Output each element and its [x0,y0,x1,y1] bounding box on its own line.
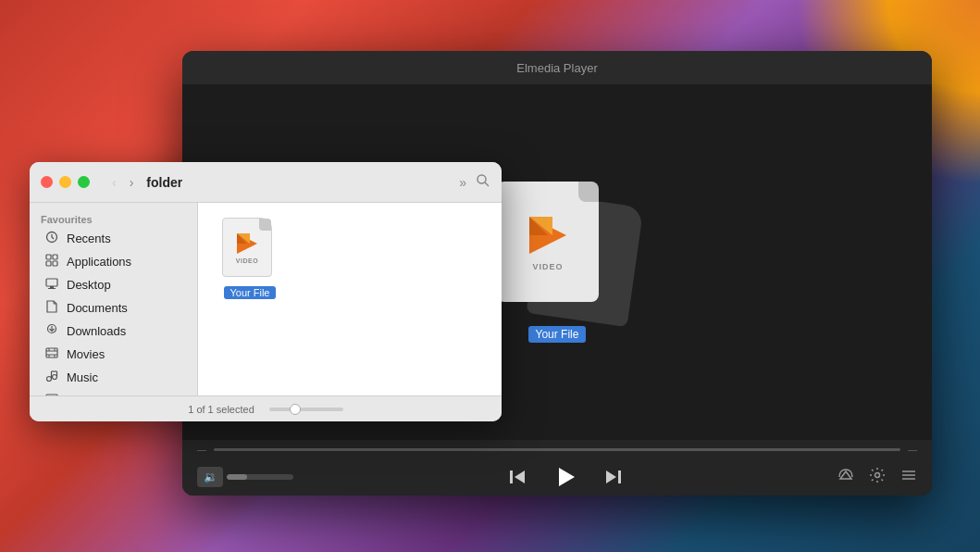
svg-rect-18 [46,261,51,266]
svg-line-14 [485,182,489,186]
svg-rect-20 [46,279,57,286]
finder-file-icon-container: VIDEO [222,218,278,282]
prev-button[interactable] [502,462,532,492]
svg-point-32 [47,377,52,382]
svg-rect-25 [46,348,57,358]
music-label: Music [67,370,98,384]
svg-rect-22 [48,288,56,289]
volume-bar[interactable] [227,474,293,480]
documents-icon [44,300,59,316]
recents-label: Recents [67,232,111,245]
sidebar-item-downloads[interactable]: Downloads [33,320,193,343]
zoom-slider-thumb [290,404,301,415]
svg-rect-3 [510,470,513,483]
maximize-button[interactable] [78,176,90,188]
sidebar-item-movies[interactable]: Movies [33,343,193,366]
big-file-corner [578,182,599,202]
movies-icon [44,346,59,362]
sidebar-section-favourites: Favourites [30,210,197,227]
elmedia-logo-small [235,232,259,256]
downloads-icon [44,323,59,339]
controls-right [837,467,917,487]
sidebar-item-applications[interactable]: Applications [33,250,193,273]
zoom-slider[interactable] [269,408,343,411]
player-file-icon: VIDEO Your File [497,182,617,343]
progress-track[interactable] [214,448,900,451]
finder-nav: ‹ › folder [108,173,182,192]
folder-title: folder [146,175,182,190]
finder-statusbar: 1 of 1 selected [30,395,502,421]
progress-right: — [908,445,917,455]
finder-body: Favourites Recents Applications Desktop [30,203,502,395]
svg-rect-19 [53,261,57,266]
sidebar-item-documents[interactable]: Documents [33,296,193,320]
player-controls: — — 🔉 [182,440,932,496]
finder-content: VIDEO Your File [198,203,502,395]
next-icon [604,468,623,486]
progress-left: — [197,445,206,455]
progress-bar-row: — — [197,440,917,458]
big-file-ext: VIDEO [532,262,563,271]
sidebar-item-recents[interactable]: Recents [33,227,193,250]
svg-marker-7 [606,470,616,483]
volume-icon: 🔉 [204,470,217,483]
player-titlebar: Elmedia Player [182,51,932,84]
player-title: Elmedia Player [516,61,597,75]
volume-fill [227,474,247,480]
finder-file-corner [259,219,271,231]
svg-point-33 [53,375,57,380]
big-file-main: VIDEO [497,182,599,302]
selection-status: 1 of 1 selected [188,404,254,415]
svg-rect-16 [46,255,51,259]
svg-point-9 [875,473,880,478]
music-icon [44,370,59,385]
sidebar-item-music[interactable]: Music [33,366,193,389]
svg-rect-6 [618,470,621,483]
finder-titlebar: ‹ › folder » [30,162,502,203]
controls-left: 🔉 [197,467,293,487]
forward-button[interactable]: › [126,173,138,192]
svg-marker-8 [840,471,851,479]
settings-icon [869,467,886,483]
prev-icon [508,468,527,486]
finder-file-item[interactable]: VIDEO Your File [213,218,287,299]
close-button[interactable] [41,176,53,188]
desktop-label: Desktop [67,278,111,292]
next-button[interactable] [599,462,628,492]
play-button[interactable] [551,462,580,492]
downloads-label: Downloads [67,324,126,338]
play-icon [554,466,577,488]
airplay-button[interactable] [837,467,854,487]
finder-file-paper: VIDEO [222,218,272,277]
recents-icon [44,231,59,246]
elmedia-logo-large [525,212,571,258]
back-button[interactable]: ‹ [108,173,120,192]
settings-button[interactable] [869,467,886,487]
svg-rect-17 [53,255,57,259]
controls-center [502,462,628,492]
finder-window: ‹ › folder » Favourites Recents [30,162,502,421]
svg-marker-4 [515,470,525,483]
svg-point-13 [478,175,486,183]
search-icon [476,173,490,188]
airplay-icon [837,467,854,483]
svg-marker-5 [559,468,575,486]
applications-icon [44,254,59,270]
documents-label: Documents [67,301,128,315]
playlist-button[interactable] [900,467,917,487]
finder-file-name: Your File [224,286,275,299]
applications-label: Applications [67,255,131,269]
more-button[interactable]: » [459,175,466,190]
playlist-icon [900,467,917,483]
volume-button[interactable]: 🔉 [197,467,223,487]
sidebar-item-desktop[interactable]: Desktop [33,273,193,296]
search-button[interactable] [476,173,490,191]
svg-rect-21 [50,286,54,288]
controls-row: 🔉 [197,458,917,496]
sidebar-item-pictures[interactable]: Pictures [33,389,193,395]
minimize-button[interactable] [59,176,71,188]
finder-file-ext: VIDEO [236,257,258,264]
big-file-icon-container: VIDEO [497,182,617,320]
desktop-icon [44,277,59,293]
movies-label: Movies [67,347,105,361]
